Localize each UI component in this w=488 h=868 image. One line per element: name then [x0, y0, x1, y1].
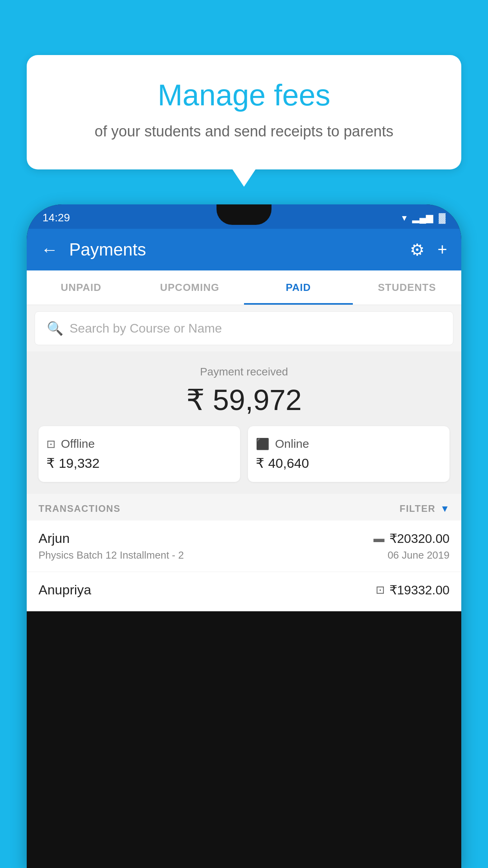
phone-content: 🔍 Search by Course or Name Payment recei… [27, 305, 461, 611]
transaction-row-top: Arjun ▬ ₹20320.00 [39, 531, 449, 546]
status-time: 14:29 [42, 211, 70, 224]
transactions-header: TRANSACTIONS FILTER ▼ [27, 494, 461, 520]
transaction-row-top: Anupriya ⊡ ₹19332.00 [39, 582, 449, 598]
tabs-bar: UNPAID UPCOMING PAID STUDENTS [27, 270, 461, 305]
payment-received-label: Payment received [39, 366, 449, 378]
online-label: Online [275, 437, 309, 451]
offline-card-header: ⊡ Offline [46, 437, 232, 451]
header-left: ← Payments [41, 240, 146, 259]
tab-unpaid[interactable]: UNPAID [27, 270, 136, 305]
settings-icon[interactable]: ⚙ [410, 240, 425, 259]
tooltip-card: Manage fees of your students and send re… [27, 55, 461, 169]
phone-frame: 14:29 ▾ ▂▄▆ ▓ ← Payments ⚙ + UNPAID UPCO… [27, 204, 461, 868]
card-icon: ▬ [374, 532, 385, 545]
transaction-amount: ₹19332.00 [389, 583, 449, 598]
tooltip-subtitle: of your students and send receipts to pa… [46, 121, 442, 142]
status-bar: 14:29 ▾ ▂▄▆ ▓ [27, 204, 461, 229]
offline-label: Offline [61, 437, 95, 451]
filter-label: FILTER [400, 503, 435, 514]
transaction-row-bottom: Physics Batch 12 Installment - 2 06 June… [39, 549, 449, 561]
add-icon[interactable]: + [437, 240, 447, 259]
battery-icon: ▓ [439, 212, 446, 223]
header-title: Payments [69, 240, 146, 259]
search-icon: 🔍 [47, 320, 63, 336]
payment-total-amount: ₹ 59,972 [39, 383, 449, 417]
wifi-icon: ▾ [402, 212, 407, 223]
status-icons: ▾ ▂▄▆ ▓ [402, 212, 446, 223]
tab-upcoming[interactable]: UPCOMING [136, 270, 244, 305]
transaction-amount-wrap: ⊡ ₹19332.00 [376, 583, 449, 598]
search-bar[interactable]: 🔍 Search by Course or Name [35, 311, 453, 345]
online-card-header: ⬛ Online [256, 437, 442, 451]
transaction-name: Anupriya [39, 582, 91, 598]
online-payment-card: ⬛ Online ₹ 40,640 [248, 426, 449, 482]
online-amount: ₹ 40,640 [256, 455, 442, 471]
app-header: ← Payments ⚙ + [27, 229, 461, 270]
header-right: ⚙ + [410, 240, 447, 259]
offline-payment-card: ⊡ Offline ₹ 19,332 [39, 426, 240, 482]
payment-summary: Payment received ₹ 59,972 ⊡ Offline ₹ 19… [27, 351, 461, 494]
tab-students[interactable]: STUDENTS [353, 270, 462, 305]
offline-icon: ⊡ [46, 438, 55, 451]
signal-icon: ▂▄▆ [412, 212, 433, 223]
cash-icon: ⊡ [376, 583, 385, 596]
transaction-course: Physics Batch 12 Installment - 2 [39, 549, 184, 561]
transaction-amount: ₹20320.00 [389, 531, 449, 546]
search-input[interactable]: Search by Course or Name [70, 321, 222, 336]
table-row[interactable]: Anupriya ⊡ ₹19332.00 [27, 572, 461, 611]
phone-notch [216, 204, 272, 225]
table-row[interactable]: Arjun ▬ ₹20320.00 Physics Batch 12 Insta… [27, 520, 461, 572]
offline-amount: ₹ 19,332 [46, 455, 232, 471]
tab-paid[interactable]: PAID [244, 270, 353, 305]
transaction-date: 06 June 2019 [387, 549, 449, 561]
payment-cards: ⊡ Offline ₹ 19,332 ⬛ Online ₹ 40,640 [39, 426, 449, 482]
tooltip-title: Manage fees [46, 79, 442, 112]
transaction-name: Arjun [39, 531, 70, 546]
filter-wrap[interactable]: FILTER ▼ [400, 503, 449, 514]
online-icon: ⬛ [256, 438, 270, 451]
transaction-amount-wrap: ▬ ₹20320.00 [374, 531, 449, 546]
back-button[interactable]: ← [41, 240, 58, 259]
filter-icon: ▼ [440, 503, 449, 514]
transactions-label: TRANSACTIONS [39, 503, 121, 514]
